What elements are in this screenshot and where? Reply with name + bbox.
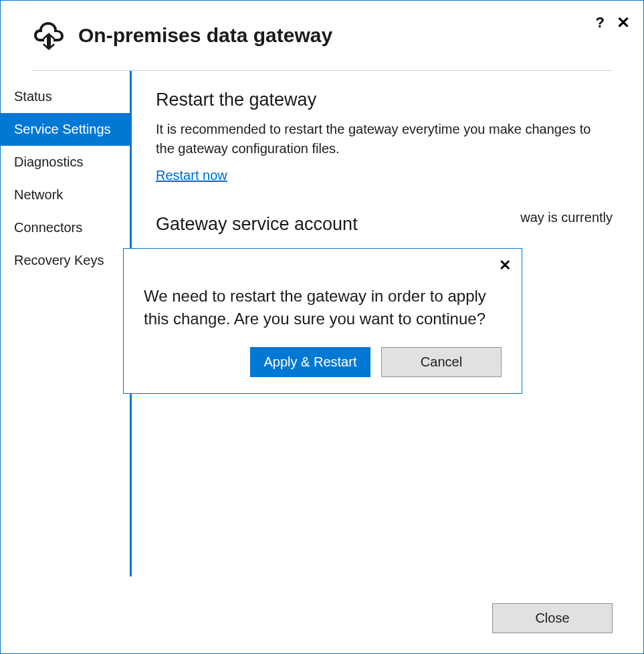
restart-heading: Restart the gateway	[156, 90, 613, 110]
app-window: On-premises data gateway ? ✕ Status Serv…	[0, 0, 644, 654]
titlebar: On-premises data gateway ? ✕	[1, 1, 643, 64]
confirm-dialog: ✕ We need to restart the gateway in orde…	[123, 248, 522, 394]
restart-description: It is recommended to restart the gateway…	[156, 120, 613, 158]
close-button[interactable]: Close	[492, 603, 613, 633]
help-icon[interactable]: ?	[596, 14, 605, 31]
sidebar-item-label: Connectors	[14, 220, 82, 235]
dialog-message: We need to restart the gateway in order …	[144, 285, 502, 330]
sidebar-item-status[interactable]: Status	[1, 80, 130, 113]
sidebar-item-network[interactable]: Network	[1, 179, 130, 211]
sidebar: Status Service Settings Diagnostics Netw…	[1, 71, 130, 576]
sidebar-item-label: Diagnostics	[14, 154, 83, 169]
app-title: On-premises data gateway	[78, 24, 332, 47]
service-account-partial-text: way is currently	[520, 210, 613, 225]
sidebar-item-diagnostics[interactable]: Diagnostics	[1, 146, 130, 179]
close-window-icon[interactable]: ✕	[617, 15, 630, 31]
cloud-gateway-icon	[33, 21, 65, 50]
footer: Close	[492, 603, 613, 633]
apply-restart-button[interactable]: Apply & Restart	[250, 347, 370, 377]
sidebar-item-recovery-keys[interactable]: Recovery Keys	[1, 244, 130, 277]
sidebar-item-connectors[interactable]: Connectors	[1, 211, 130, 244]
titlebar-controls: ? ✕	[596, 14, 630, 31]
sidebar-item-label: Status	[14, 89, 52, 104]
dialog-buttons: Apply & Restart Cancel	[144, 347, 502, 377]
restart-now-link[interactable]: Restart now	[156, 168, 227, 183]
sidebar-item-label: Service Settings	[14, 122, 111, 136]
sidebar-item-label: Network	[14, 187, 63, 202]
sidebar-item-service-settings[interactable]: Service Settings	[1, 113, 130, 146]
cancel-button[interactable]: Cancel	[381, 347, 502, 377]
close-icon[interactable]: ✕	[499, 258, 511, 273]
sidebar-item-label: Recovery Keys	[14, 253, 104, 267]
